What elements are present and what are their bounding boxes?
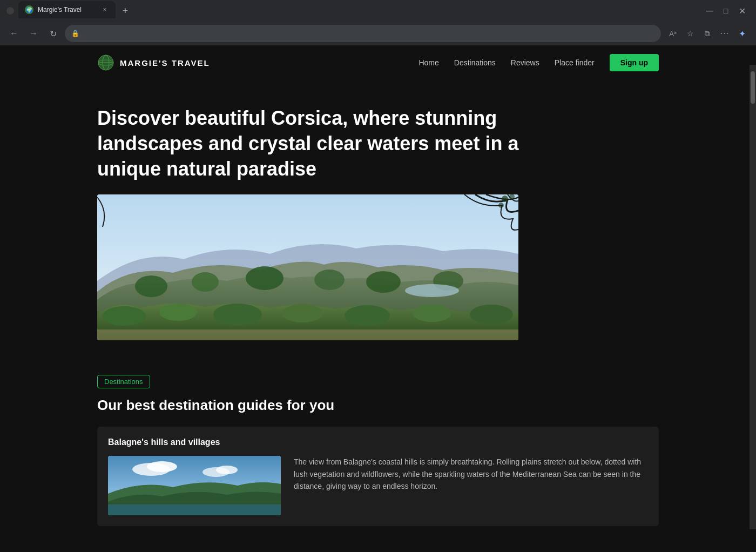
svg-point-12 (103, 306, 146, 326)
signup-button[interactable]: Sign up (610, 54, 659, 71)
site-nav: MARGIE'S TRAVEL Home Destinations Review… (0, 45, 756, 80)
window-maximize-btn[interactable]: □ (718, 3, 733, 18)
card-image (108, 456, 281, 515)
nav-destinations[interactable]: Destinations (454, 58, 496, 67)
nav-home[interactable]: Home (418, 58, 438, 67)
address-bar[interactable]: 🔒 localhost:8080/travel-site/ (65, 25, 661, 42)
svg-point-16 (345, 305, 390, 326)
svg-point-26 (216, 466, 238, 474)
read-mode-btn[interactable]: Aᵃ (665, 26, 680, 41)
destinations-section: Destinations Our best destination guides… (0, 358, 756, 552)
svg-point-7 (246, 266, 284, 290)
tab-title: Margie's Travel (38, 6, 96, 14)
svg-point-21 (498, 203, 504, 208)
svg-point-14 (213, 304, 262, 325)
address-bar-row: ← → ↻ 🔒 localhost:8080/travel-site/ Aᵃ ☆… (0, 22, 756, 45)
browser-chrome: 🌍 Margie's Travel × + ─ □ ✕ ← → ↻ 🔒 loca… (0, 0, 756, 45)
window-close-btn[interactable] (6, 7, 14, 15)
window-controls (6, 7, 14, 15)
browser-scrollbar[interactable] (750, 65, 756, 529)
card-body: The view from Balagne's coastal hills is… (108, 456, 648, 515)
svg-point-15 (282, 304, 323, 322)
logo-text: MARGIE'S TRAVEL (120, 58, 210, 68)
svg-point-24 (147, 461, 177, 472)
card-description: The view from Balagne's coastal hills is… (294, 456, 648, 515)
window-close-btn2[interactable]: ✕ (734, 3, 750, 18)
globe-icon (97, 54, 114, 71)
svg-point-18 (470, 305, 513, 324)
back-button[interactable]: ← (6, 26, 22, 41)
svg-point-5 (135, 275, 167, 297)
favorites-btn[interactable]: ☆ (683, 26, 698, 41)
svg-point-8 (314, 270, 345, 290)
svg-point-19 (502, 196, 508, 202)
collections-btn[interactable]: ⧉ (700, 26, 715, 41)
window-minimize-btn[interactable]: ─ (702, 3, 717, 18)
reload-button[interactable]: ↻ (45, 26, 60, 41)
new-tab-button[interactable]: + (118, 3, 133, 18)
page-content: MARGIE'S TRAVEL Home Destinations Review… (0, 45, 756, 552)
toolbar-icons: Aᵃ ☆ ⧉ ··· ✦ (665, 26, 750, 41)
nav-links: Home Destinations Reviews Place finder S… (418, 54, 659, 71)
svg-point-6 (192, 272, 219, 292)
hero-section: Discover beautiful Corsica, where stunni… (0, 80, 756, 358)
svg-rect-27 (108, 504, 281, 515)
scrollbar-thumb[interactable] (751, 71, 755, 104)
forward-button[interactable]: → (26, 26, 41, 41)
hero-title: Discover beautiful Corsica, where stunni… (97, 106, 529, 181)
corsica-landscape-svg (97, 194, 518, 340)
destinations-badge: Destinations (97, 375, 150, 388)
lock-icon: 🔒 (71, 30, 79, 37)
nav-reviews[interactable]: Reviews (511, 58, 539, 67)
svg-point-17 (413, 305, 451, 322)
url-input[interactable]: localhost:8080/travel-site/ (84, 30, 654, 38)
svg-point-9 (366, 271, 401, 293)
extensions-btn[interactable]: ✦ (734, 26, 750, 41)
logo[interactable]: MARGIE'S TRAVEL (97, 54, 210, 71)
card-title: Balagne's hills and villages (108, 437, 648, 447)
more-btn[interactable]: ··· (717, 26, 732, 41)
svg-point-13 (159, 304, 197, 321)
balagne-image-svg (108, 456, 281, 515)
tab-favicon: 🌍 (25, 5, 33, 14)
tab-close-btn[interactable]: × (100, 5, 109, 14)
browser-titlebar: 🌍 Margie's Travel × + ─ □ ✕ (0, 0, 756, 22)
svg-point-11 (405, 284, 459, 297)
active-tab[interactable]: 🌍 Margie's Travel × (18, 1, 116, 18)
destination-card: Balagne's hills and villages (97, 427, 659, 526)
section-title: Our best destination guides for you (97, 397, 659, 414)
hero-image (97, 194, 518, 340)
nav-place-finder[interactable]: Place finder (555, 58, 595, 67)
